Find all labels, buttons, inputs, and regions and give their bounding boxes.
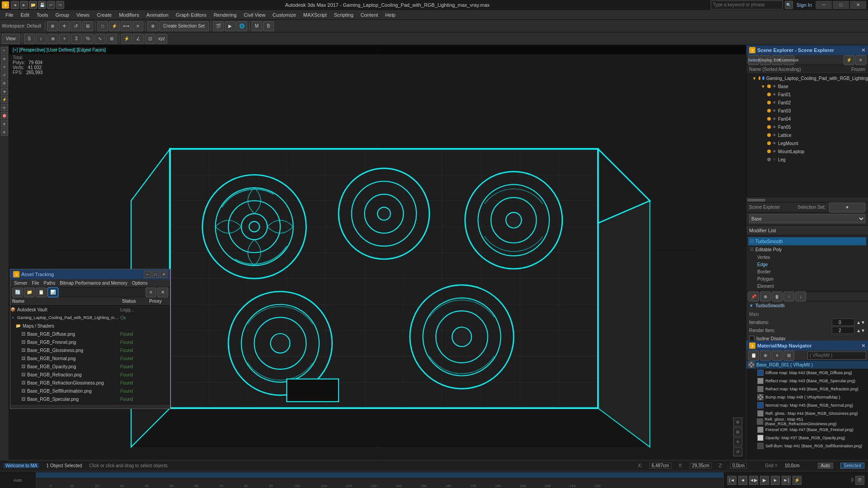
at-menu-paths[interactable]: Paths <box>42 281 57 286</box>
tree-item-root[interactable]: ▼ Gaming_Laptop_Cooling_Pad_with_RGB_Lig… <box>746 74 868 82</box>
at-file-selfillum[interactable]: 🖼 Base_RGB_SelfIllumination.png Found <box>10 387 170 395</box>
at-project-item[interactable]: 🔹 Gaming_Laptop_Cooling_Pad_with_RGB_Lig… <box>10 314 170 322</box>
menu-group[interactable]: Group <box>52 11 73 19</box>
iterations-input[interactable] <box>832 319 854 326</box>
menu-file[interactable]: File <box>2 11 17 19</box>
mat-opacity-map[interactable]: Opacity: Map #37 (Base_RGB_Opacity.png) <box>746 434 868 442</box>
tb2-btn6[interactable]: % <box>83 34 94 44</box>
material-editor[interactable]: M <box>251 21 262 31</box>
tb2-btn4[interactable]: + <box>59 34 70 44</box>
modifier-edge[interactable]: Edge <box>755 261 866 268</box>
undo-button[interactable]: ↩ <box>47 1 55 9</box>
sign-in-label[interactable]: Sign In <box>797 2 812 8</box>
background[interactable]: B <box>263 21 274 31</box>
ls-btn11[interactable]: ⊗ <box>1 128 8 136</box>
render-production[interactable]: ▶ <box>225 21 236 31</box>
ls-btn8[interactable]: ⊚ <box>1 104 8 111</box>
at-close[interactable]: ✕ <box>160 271 167 278</box>
se-tab-customize[interactable]: Customize <box>783 55 794 65</box>
view-label-btn[interactable]: View <box>2 34 20 44</box>
select-region[interactable]: □ <box>97 21 108 31</box>
activeshade[interactable]: 🌐 <box>236 21 247 31</box>
at-minimize[interactable]: ─ <box>144 271 151 278</box>
render-iters-input[interactable] <box>832 327 854 334</box>
select-btn[interactable]: ↖ <box>1 47 8 54</box>
at-restore[interactable]: □ <box>152 271 159 278</box>
ls-btn4[interactable]: ↺ <box>1 71 8 79</box>
at-menu-file[interactable]: File <box>30 281 41 286</box>
at-file-opacity[interactable]: 🖼 Base_RGB_Opacity.png Found <box>10 362 170 371</box>
at-btn3[interactable]: 📋 <box>36 287 47 297</box>
at-btn4[interactable]: 📊 <box>47 287 58 297</box>
at-maps-folder[interactable]: 📂 Maps / Shaders <box>10 322 170 330</box>
mat-search-input[interactable] <box>807 352 866 360</box>
tree-item-leg[interactable]: 👁 Leg <box>746 155 868 164</box>
selection-filter[interactable]: ⚡ <box>109 21 120 31</box>
layer-manager[interactable]: ⊗ <box>147 21 158 31</box>
angle-snap[interactable]: ∠ <box>133 34 144 44</box>
modifier-turbosmooth[interactable]: ☑ TurboSmooth <box>748 237 866 245</box>
open-button[interactable]: 📂 <box>29 1 37 9</box>
tl-time-config[interactable]: ⏱ <box>855 476 864 485</box>
tree-item-mountlaptop[interactable]: 👁 MountLaptop <box>746 147 868 155</box>
vp-zoom-ext[interactable]: ⊕ <box>733 418 742 427</box>
at-menu-options[interactable]: Options <box>130 281 149 286</box>
render-setup[interactable]: 🎬 <box>213 21 224 31</box>
menu-tools[interactable]: Tools <box>33 11 52 19</box>
mod-move-down[interactable]: ↓ <box>795 291 806 301</box>
mat-nav-close[interactable]: ✕ <box>861 343 865 349</box>
mat-tb1[interactable]: 📋 <box>748 351 759 361</box>
se-options[interactable]: ≡ <box>855 55 866 65</box>
vp-pan[interactable]: ✛ <box>733 437 742 446</box>
menu-help[interactable]: Help <box>382 11 399 19</box>
spinner-snap[interactable]: ⊡ <box>145 34 156 44</box>
at-scrollbar-h[interactable] <box>10 404 170 408</box>
ls-btn7[interactable]: ⚡ <box>1 96 8 103</box>
mat-tb3[interactable]: ≡ <box>772 351 783 361</box>
tree-item-base[interactable]: ▼ 👁 Base <box>746 82 868 90</box>
ls-btn5[interactable]: ⊞ <box>1 80 8 87</box>
menu-modifiers[interactable]: Modifiers <box>115 11 143 19</box>
timeline-track[interactable]: 0 10 20 30 40 50 60 70 80 90 100 110 120… <box>36 472 723 488</box>
tb2-btn8[interactable]: ⊞ <box>106 34 117 44</box>
at-btn2[interactable]: 📁 <box>24 287 35 297</box>
mat-item-base-rgb[interactable]: Base_RGB_001 ( VRayMtl ) <box>746 361 868 369</box>
snap-toggle[interactable]: ⚡ <box>121 34 132 44</box>
modifier-element[interactable]: Element <box>755 282 866 290</box>
se-filter[interactable]: ⚡ <box>844 55 854 65</box>
tree-item-fan05[interactable]: 👁 Fan05 <box>746 123 868 131</box>
tree-item-fan01[interactable]: 👁 Fan01 <box>746 90 868 99</box>
menu-rendering[interactable]: Rendering <box>210 11 241 19</box>
create-selection-btn[interactable]: Create Selection Set <box>159 21 209 31</box>
mat-reflgloss-map[interactable]: Refl. gloss.: Map #44 (Base_RGB_Glossine… <box>746 409 868 418</box>
title-search-input[interactable] <box>711 0 783 9</box>
at-file-fresnel[interactable]: 🖼 Base_RGB_Fresnel.png Found <box>10 338 170 346</box>
se-tab-select[interactable]: Select <box>748 55 759 65</box>
mat-refract-map[interactable]: Refract map: Map #49 (Base_RGB_Refractio… <box>746 385 868 393</box>
tl-play-back[interactable]: ◄▶ <box>749 476 758 485</box>
minimize-button[interactable]: ─ <box>816 1 832 9</box>
at-menu-bitmap[interactable]: Bitmap Performance and Memory <box>58 281 129 286</box>
redo-button[interactable]: ↪ <box>56 1 64 9</box>
mat-selfillum-map[interactable]: Self-illum: Map #41 (Base_RGB_SelfIllumi… <box>746 442 868 450</box>
maximize-button[interactable]: □ <box>833 1 849 9</box>
selection-set-btn[interactable]: ▼ <box>829 202 865 212</box>
menu-create[interactable]: Create <box>93 11 115 19</box>
back-button[interactable]: ◄ <box>11 1 19 9</box>
at-menu-server[interactable]: Server <box>12 281 29 286</box>
at-file-normal[interactable]: 🖼 Base_RGB_Normal.png Found <box>10 354 170 362</box>
mod-pin[interactable]: 📌 <box>748 291 759 301</box>
tb2-btn5[interactable]: 3 <box>71 34 82 44</box>
ls-btn2[interactable]: ⊕ <box>1 55 8 62</box>
axis-constraints[interactable]: xyz <box>156 34 167 44</box>
mirror-tool[interactable]: ⟺ <box>121 21 132 31</box>
menu-views[interactable]: Views <box>73 11 93 19</box>
scene-explorer-scrollbar-h[interactable] <box>746 197 868 202</box>
menu-content[interactable]: Content <box>357 11 382 19</box>
close-button[interactable]: ✕ <box>850 1 866 9</box>
at-file-specular[interactable]: 🖼 Base_RGB_Specular.png Found <box>10 395 170 403</box>
scene-explorer-close[interactable]: ✕ <box>861 47 865 53</box>
tb2-btn2[interactable]: ↕ <box>36 34 47 44</box>
menu-civil-view[interactable]: Civil View <box>240 11 269 19</box>
modifier-base-select[interactable]: Base <box>749 214 865 223</box>
